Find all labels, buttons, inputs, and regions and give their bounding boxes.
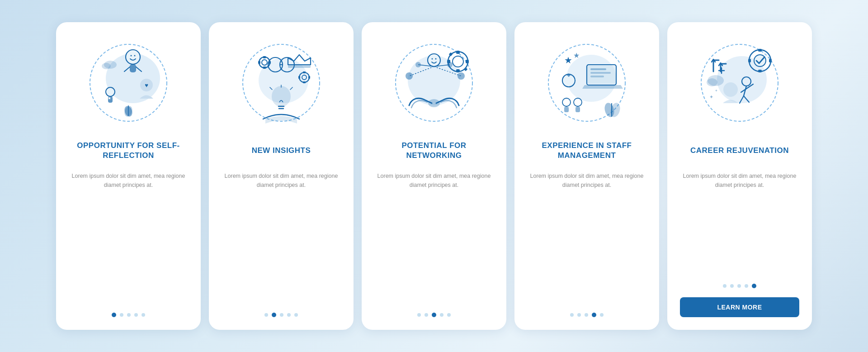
svg-rect-32: [303, 71, 306, 73]
card-title-4: EXPERIENCE IN STAFF MANAGEMENT: [527, 137, 646, 164]
card-illustration-3: [384, 33, 484, 133]
card-text-2: Lorem ipsum dolor sit dim amet, mea regi…: [222, 171, 341, 190]
dot: [280, 313, 283, 317]
self-reflection-icon: ★ ♥: [85, 40, 171, 126]
svg-text:♥: ♥: [145, 82, 148, 89]
svg-point-10: [102, 63, 111, 69]
svg-text:✦: ✦: [709, 94, 713, 100]
card-text-3: Lorem ipsum dolor sit dim amet, mea regi…: [374, 171, 494, 190]
dot: [730, 284, 734, 288]
dot-active: [112, 313, 116, 317]
svg-rect-56: [466, 60, 469, 63]
dot: [600, 313, 604, 317]
dot: [134, 313, 138, 317]
dots-4: [570, 313, 604, 317]
svg-rect-34: [298, 76, 300, 79]
svg-point-39: [272, 86, 290, 106]
svg-rect-35: [308, 76, 310, 79]
svg-point-49: [432, 58, 433, 60]
dot-active: [432, 313, 436, 317]
dot: [723, 284, 726, 288]
svg-rect-53: [456, 51, 460, 54]
svg-point-3: [127, 51, 139, 63]
dot: [577, 313, 581, 317]
dot: [570, 313, 574, 317]
svg-point-50: [435, 58, 437, 60]
card-new-insights: NEW INSIGHTS Lorem ipsum dolor sit dim a…: [209, 22, 354, 330]
dot: [127, 313, 131, 317]
card-title-5: CAREER REJUVENATION: [690, 137, 789, 164]
svg-point-82: [574, 98, 582, 106]
card-networking: POTENTIAL FOR NETWORKING Lorem ipsum dol…: [362, 22, 506, 330]
card-title-1: OPPORTUNITY FOR SELF-REFLECTION: [69, 137, 188, 164]
dot-active: [272, 313, 276, 317]
card-text-4: Lorem ipsum dolor sit dim amet, mea regi…: [527, 171, 646, 190]
svg-point-5: [134, 55, 136, 57]
dot-active: [592, 313, 596, 317]
svg-text:★: ★: [108, 96, 111, 100]
dot: [120, 313, 123, 317]
svg-point-67: [429, 100, 439, 107]
card-text-1: Lorem ipsum dolor sit dim amet, mea regi…: [69, 171, 188, 190]
svg-point-100: [723, 82, 738, 97]
dot: [264, 313, 268, 317]
svg-rect-94: [769, 59, 772, 62]
dots-2: [264, 313, 298, 317]
svg-point-80: [562, 98, 571, 106]
staff-management-icon: ★ ★: [544, 40, 630, 126]
dot: [142, 313, 145, 317]
svg-rect-6: [130, 64, 136, 72]
svg-rect-58: [464, 67, 467, 71]
svg-point-52: [453, 56, 463, 67]
svg-rect-25: [263, 67, 266, 69]
svg-text:✦: ✦: [715, 89, 718, 93]
card-text-5: Lorem ipsum dolor sit dim amet, mea regi…: [680, 171, 799, 190]
dot: [287, 313, 291, 317]
svg-rect-74: [590, 68, 606, 70]
card-staff-management: ★ ★: [514, 22, 659, 330]
card-career-rejuvenation: ✦ ✦ CAREER REJUVENATION Lorem ipsum dolo…: [667, 22, 812, 330]
svg-rect-33: [303, 81, 306, 83]
networking-icon: [391, 40, 477, 126]
svg-point-96: [707, 78, 717, 86]
dot: [585, 313, 588, 317]
dot: [737, 284, 741, 288]
svg-rect-24: [263, 56, 266, 58]
card-illustration-1: ★ ♥: [79, 33, 178, 133]
dot: [417, 313, 421, 317]
svg-text:★: ★: [564, 55, 572, 65]
svg-rect-75: [590, 72, 611, 74]
svg-point-48: [429, 55, 439, 66]
dot: [745, 284, 748, 288]
dot: [294, 313, 298, 317]
svg-rect-93: [748, 59, 751, 62]
svg-rect-83: [576, 107, 580, 112]
new-insights-icon: [238, 40, 324, 126]
career-rejuvenation-icon: ✦ ✦: [697, 40, 783, 126]
cards-container: ★ ♥ OPPORTUNITY FOR SELF-REFLECTION Lore…: [38, 9, 830, 343]
svg-rect-29: [288, 65, 311, 68]
card-illustration-4: ★ ★: [537, 33, 637, 133]
svg-rect-54: [456, 69, 460, 72]
dot: [447, 313, 451, 317]
dots-1: [112, 313, 145, 317]
dot: [425, 313, 428, 317]
card-illustration-2: [231, 33, 331, 133]
svg-point-23: [262, 60, 267, 65]
svg-rect-81: [564, 107, 569, 112]
svg-rect-91: [758, 49, 762, 52]
dots-5: [723, 284, 756, 288]
card-illustration-5: ✦ ✦: [690, 33, 789, 133]
card-title-2: NEW INSIGHTS: [252, 137, 311, 164]
dots-3: [417, 313, 451, 317]
learn-more-button[interactable]: LEARN MORE: [680, 297, 799, 317]
svg-point-12: [107, 88, 114, 95]
svg-rect-76: [590, 76, 604, 77]
svg-text:★: ★: [573, 52, 580, 59]
dot-active: [752, 284, 756, 288]
svg-rect-92: [758, 70, 762, 72]
dot: [440, 313, 443, 317]
card-self-reflection: ★ ♥ OPPORTUNITY FOR SELF-REFLECTION Lore…: [56, 22, 201, 330]
svg-rect-26: [258, 61, 260, 64]
svg-point-4: [131, 55, 132, 57]
